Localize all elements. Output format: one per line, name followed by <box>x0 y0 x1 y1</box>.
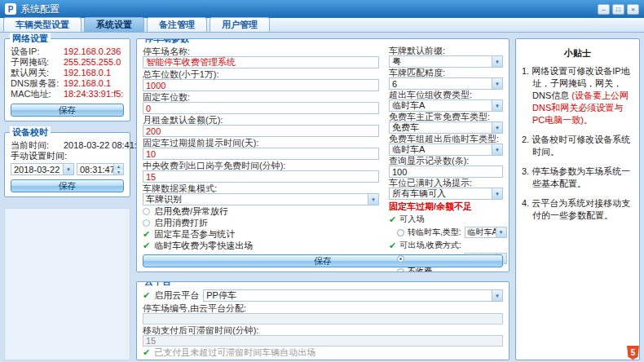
plate-capture-mode-select[interactable]: 车牌识别 ▼ <box>143 193 379 205</box>
check-auto-exit-paid[interactable]: ✔ 已支付且未超过可滞留时间车辆自动出场 <box>143 347 503 358</box>
check-can-exit[interactable]: ✔ 可出场,收费方式: <box>389 240 503 251</box>
group-title: 设备校时 <box>10 126 51 138</box>
date-picker[interactable]: 2018-03-22 ▼ <box>11 163 74 175</box>
check-fixed-in-stats[interactable]: ✔ 固定车是否参与统计 <box>143 229 379 240</box>
spinner-arrows-icon[interactable]: ▲▼ <box>113 164 123 174</box>
field-label: 设备IP: <box>11 46 61 57</box>
parking-columns: 停车场名称: 总车位数(小于1万): 固定车位数: 月租金默认金额(元): <box>143 46 503 250</box>
field-label: 超出车位组收费类型: <box>389 90 503 99</box>
free-group-over-temp-select[interactable]: 临时车A ▼ <box>389 143 503 156</box>
to-temp-type-select[interactable]: 临时车A ▼ <box>465 227 507 238</box>
check-can-enter[interactable]: ✔ 可入场 <box>389 214 503 225</box>
network-save-button[interactable]: 保存 <box>11 104 124 117</box>
middle-column: 停车场参数 停车场名称: 总车位数(小于1万): 固定车位数: <box>136 38 509 360</box>
lot-full-entry-tip-select[interactable]: 所有车辆可入 ▼ <box>389 188 503 200</box>
chevron-down-icon: ▼ <box>492 100 502 111</box>
field-label: DNS服务器: <box>11 78 61 89</box>
tab-bar: 车辆类型设置 系统设置 备注管理 用户管理 <box>0 18 644 33</box>
group-title: 网络设置 <box>10 33 51 44</box>
central-free-minutes-input[interactable] <box>143 170 379 183</box>
title-bar: P 系统配置 – □ × <box>0 0 644 18</box>
free-owner-type-select[interactable]: 免费车 ▼ <box>389 121 503 134</box>
chevron-down-icon: ▼ <box>368 194 378 205</box>
field-label: 车位已满时入场提示: <box>389 179 503 188</box>
radio-unselected-icon[interactable] <box>397 268 404 273</box>
query-records-input[interactable] <box>389 166 503 178</box>
dns-server-value: 192.168.0.1 <box>64 78 111 89</box>
network-field-row: 默认网关: 192.168.0.1 <box>11 68 124 78</box>
check-free-abnormal-pass[interactable]: 启用免费/异常放行 <box>143 206 379 217</box>
expired-section-title: 固定车过期/余额不足 <box>389 201 503 212</box>
expire-notice-days-input[interactable] <box>143 148 379 160</box>
left-blank-panel <box>4 208 130 360</box>
window-controls: – □ × <box>598 4 639 15</box>
time-save-button[interactable]: 保存 <box>11 179 124 192</box>
fixed-spaces-input[interactable] <box>143 102 379 114</box>
minimize-icon[interactable]: – <box>598 4 610 15</box>
network-field-row: 设备IP: 192.168.0.236 <box>11 46 124 57</box>
time-spinner[interactable]: 08:31:47 ▲▼ <box>77 163 124 175</box>
tab-user-management[interactable]: 用户管理 <box>210 17 270 32</box>
current-time-value: 2018-03-22 08:41:43 <box>64 140 147 151</box>
device-ip-value: 192.168.0.236 <box>64 46 121 57</box>
maximize-icon[interactable]: □ <box>612 4 624 15</box>
cloud-provider-select[interactable]: PP停车 ▼ <box>203 289 503 302</box>
total-spaces-input[interactable] <box>143 79 379 91</box>
tips-panel: 小贴士 1. 网络设置可修改设备IP地址，子网掩码，网关，DNS信息 (设备要上… <box>515 38 640 360</box>
chevron-down-icon: ▼ <box>492 188 502 199</box>
cloud-enable-row: ✔ 启用云平台 PP停车 ▼ <box>143 289 503 302</box>
field-label: 车牌默认前缀: <box>389 46 503 55</box>
cloud-stay-time-label: 移动支付后可滞留时间(分钟): <box>143 325 503 335</box>
manual-time-label: 手动设置时间: <box>11 151 124 161</box>
cloud-lot-number-label: 停车场编号,由云平台分配: <box>143 303 503 313</box>
check-zero-fee-fast-exit[interactable]: ✔ 临时车收费为零快速出场 <box>143 241 379 251</box>
time-value: 08:31:47 <box>77 165 113 174</box>
tab-remarks-management[interactable]: 备注管理 <box>147 17 207 32</box>
chevron-down-icon[interactable]: ▼ <box>63 164 73 174</box>
chevron-down-icon: ▼ <box>492 78 502 89</box>
right-column: 小贴士 1. 网络设置可修改设备IP地址，子网掩码，网关，DNS信息 (设备要上… <box>515 38 640 360</box>
checkbox-label: 启用免费/异常放行 <box>154 205 228 218</box>
tip-item: 2. 设备校时可修改设备系统时间。 <box>522 134 633 158</box>
over-group-fee-type-select[interactable]: 临时车A ▼ <box>389 99 503 112</box>
checkbox-checked-icon[interactable]: ✔ <box>143 291 150 300</box>
parking-name-input[interactable] <box>143 56 379 68</box>
plate-precision-select[interactable]: 6 ▼ <box>389 77 503 90</box>
tip-item: 3. 停车场参数为车场系统一些基本配置。 <box>522 166 633 190</box>
parking-save-button[interactable]: 保存 <box>143 254 503 267</box>
check-consume-discount[interactable]: 启用消费打折 <box>143 218 379 228</box>
time-sync-group: 设备校时 当前时间: 2018-03-22 08:41:43 手动设置时间: 2… <box>4 132 130 197</box>
tab-vehicle-type-settings[interactable]: 车辆类型设置 <box>3 17 82 32</box>
field-label: 月租金默认金额(元): <box>143 115 379 125</box>
datetime-controls: 2018-03-22 ▼ 08:31:47 ▲▼ <box>11 163 124 175</box>
radio-to-temp-row[interactable]: 转临时车,类型: 临时车A ▼ <box>389 227 503 238</box>
window-title: 系统配置 <box>20 2 60 16</box>
field-label: 车牌匹配精度: <box>389 68 503 77</box>
checkbox-checked-icon: ✔ <box>389 241 396 250</box>
tips-title: 小贴士 <box>522 47 633 60</box>
subnet-mask-value: 255.255.255.0 <box>64 57 121 68</box>
field-label: 固定车位数: <box>143 92 379 102</box>
cloud-lot-number-input[interactable] <box>143 313 503 324</box>
tip-number: 3. <box>522 166 529 176</box>
cloud-platform-group: 云平台 ✔ 启用云平台 PP停车 ▼ 停车场编号,由云平台分配: 移动支付后可滞… <box>136 281 509 360</box>
field-label: 车牌数据采集模式: <box>143 183 379 193</box>
monthly-fee-input[interactable] <box>143 125 379 137</box>
plate-prefix-select[interactable]: 粤 ▼ <box>389 55 503 68</box>
field-label: 默认网关: <box>11 68 61 78</box>
field-label: MAC地址: <box>11 89 61 99</box>
checkbox-checked-icon: ✔ <box>143 241 150 250</box>
parking-params-group: 停车场参数 停车场名称: 总车位数(小于1万): 固定车位数: <box>136 38 509 272</box>
checkbox-unchecked-icon <box>143 219 150 227</box>
checkbox-label: 临时车收费为零快速出场 <box>154 240 253 252</box>
tab-system-settings[interactable]: 系统设置 <box>84 17 144 32</box>
radio-unselected-icon[interactable] <box>397 229 404 236</box>
network-field-row: DNS服务器: 192.168.0.1 <box>11 78 124 89</box>
close-icon[interactable]: × <box>627 4 639 15</box>
radio-selected-icon[interactable] <box>397 255 404 263</box>
chevron-down-icon: ▼ <box>496 227 506 237</box>
cloud-stay-time-input[interactable] <box>143 335 503 347</box>
left-column: 网络设置 设备IP: 192.168.0.236 子网掩码: 255.255.2… <box>4 38 130 360</box>
field-label: 停车场名称: <box>143 46 379 56</box>
gateway-value: 192.168.0.1 <box>64 68 111 78</box>
